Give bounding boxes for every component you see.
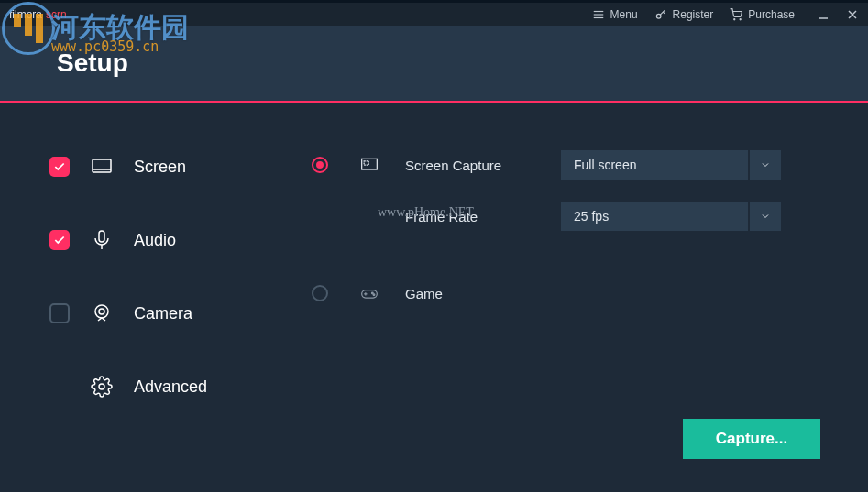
svg-point-17 xyxy=(99,384,104,389)
capture-button-label: Capture... xyxy=(716,430,787,448)
svg-point-23 xyxy=(372,292,374,294)
check-icon xyxy=(53,160,66,173)
svg-point-24 xyxy=(373,294,375,296)
sidebar-label-camera: Camera xyxy=(134,304,192,323)
purchase-label: Purchase xyxy=(748,8,795,21)
row-screen-capture: Screen Capture Full screen xyxy=(312,139,822,191)
app-logo: filmorascrn xyxy=(9,8,67,21)
chevron-down-icon[interactable] xyxy=(750,150,781,180)
titlebar: filmorascrn Menu Register Purchase xyxy=(0,0,868,26)
frame-rate-value: 25 fps xyxy=(561,202,748,231)
checkbox-audio[interactable] xyxy=(49,230,70,250)
svg-point-6 xyxy=(734,18,735,19)
sidebar: Screen Audio Camera Advanced xyxy=(0,103,275,492)
sidebar-label-advanced: Advanced xyxy=(134,377,207,397)
capture-button[interactable]: Capture... xyxy=(683,419,820,459)
sidebar-item-advanced[interactable]: Advanced xyxy=(49,350,275,423)
chevron-down-icon[interactable] xyxy=(750,202,781,231)
minimize-button[interactable] xyxy=(817,8,830,21)
window-controls xyxy=(817,8,859,21)
sidebar-item-audio[interactable]: Audio xyxy=(49,203,275,277)
sidebar-label-audio: Audio xyxy=(134,231,176,250)
webcam-icon xyxy=(90,302,114,324)
capture-area-icon xyxy=(356,156,383,174)
register-label: Register xyxy=(673,8,714,21)
content-panel: Screen Capture Full screen Frame Rate 25… xyxy=(275,103,868,492)
gamepad-icon xyxy=(356,284,383,302)
svg-rect-13 xyxy=(99,231,104,242)
gear-icon xyxy=(90,376,114,398)
check-icon xyxy=(53,234,66,246)
monitor-icon xyxy=(90,156,114,178)
row-game: Game xyxy=(312,268,822,319)
main-area: Screen Audio Camera Advanced xyxy=(0,103,868,492)
svg-rect-19 xyxy=(364,161,368,165)
game-label: Game xyxy=(405,286,561,301)
screen-capture-value: Full screen xyxy=(561,150,748,180)
svg-point-7 xyxy=(740,18,741,19)
sidebar-item-camera[interactable]: Camera xyxy=(49,277,275,350)
microphone-icon xyxy=(90,229,114,251)
sidebar-item-screen[interactable]: Screen xyxy=(49,130,275,203)
page-header: Setup xyxy=(0,26,868,103)
menu-icon xyxy=(592,8,605,21)
logo-text-main: filmora xyxy=(9,8,42,21)
svg-point-16 xyxy=(99,309,104,314)
svg-line-5 xyxy=(663,12,665,14)
cart-icon xyxy=(730,8,742,21)
watermark-text: www.pHome.NET xyxy=(378,205,474,220)
checkbox-screen[interactable] xyxy=(49,157,70,177)
screen-capture-dropdown[interactable]: Full screen xyxy=(561,150,781,180)
sidebar-label-screen: Screen xyxy=(134,158,186,177)
menu-label: Menu xyxy=(610,8,638,21)
radio-game[interactable] xyxy=(312,285,328,301)
svg-point-15 xyxy=(95,305,108,318)
screen-capture-label: Screen Capture xyxy=(405,158,561,173)
menu-button[interactable]: Menu xyxy=(592,8,638,21)
key-icon xyxy=(654,8,667,21)
radio-screen-capture[interactable] xyxy=(312,157,328,173)
page-title: Setup xyxy=(57,49,128,78)
close-button[interactable] xyxy=(846,8,859,21)
checkbox-camera[interactable] xyxy=(49,303,70,323)
logo-text-accent: scrn xyxy=(46,8,67,21)
purchase-button[interactable]: Purchase xyxy=(730,8,795,21)
frame-rate-dropdown[interactable]: 25 fps xyxy=(561,202,781,231)
register-button[interactable]: Register xyxy=(654,8,714,21)
svg-rect-11 xyxy=(93,159,111,172)
